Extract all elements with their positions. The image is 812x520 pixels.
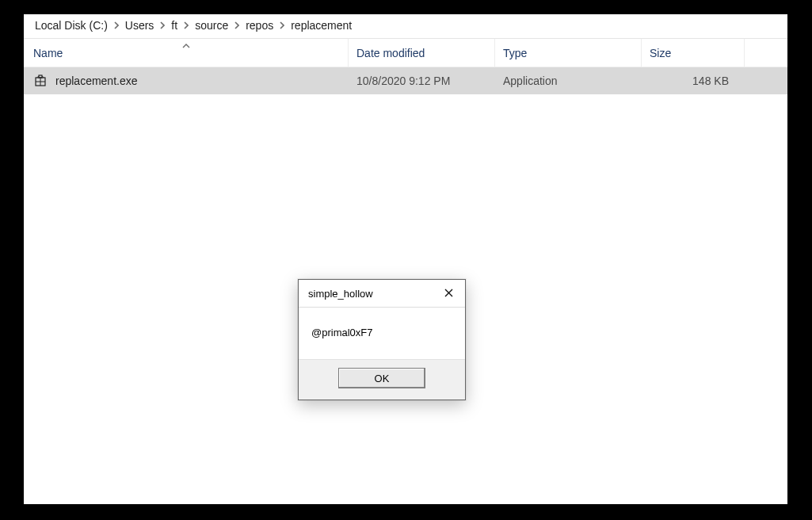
column-type-header[interactable]: Type bbox=[495, 39, 642, 67]
breadcrumb-item[interactable]: repos bbox=[244, 19, 275, 32]
file-type: Application bbox=[495, 75, 642, 87]
chevron-right-icon bbox=[112, 20, 120, 31]
dialog-titlebar[interactable]: simple_hollow bbox=[299, 280, 465, 308]
breadcrumb[interactable]: Local Disk (C:) Users ft source repos re… bbox=[24, 14, 787, 39]
file-date: 10/8/2020 9:12 PM bbox=[349, 75, 495, 87]
file-row[interactable]: replacement.exe 10/8/2020 9:12 PM Applic… bbox=[24, 67, 787, 94]
breadcrumb-item[interactable]: source bbox=[193, 19, 230, 32]
message-dialog: simple_hollow @primal0xF7 OK bbox=[298, 279, 466, 400]
column-name-header[interactable]: Name bbox=[24, 39, 349, 67]
breadcrumb-item[interactable]: ft bbox=[170, 19, 179, 32]
svg-rect-3 bbox=[39, 75, 42, 78]
chevron-right-icon bbox=[158, 20, 166, 31]
ok-button[interactable]: OK bbox=[338, 368, 425, 388]
file-name-cell: replacement.exe bbox=[24, 74, 349, 88]
chevron-right-icon bbox=[182, 20, 190, 31]
sort-ascending-icon bbox=[182, 38, 190, 51]
file-size: 148 KB bbox=[642, 75, 745, 87]
close-icon bbox=[444, 288, 453, 300]
file-name: replacement.exe bbox=[55, 75, 138, 87]
dialog-message: @primal0xF7 bbox=[311, 327, 373, 338]
column-headers: Name Date modified Type Size bbox=[24, 39, 787, 67]
column-label: Date modified bbox=[356, 47, 425, 59]
dialog-title: simple_hollow bbox=[308, 288, 373, 300]
column-label: Size bbox=[650, 47, 671, 59]
breadcrumb-item[interactable]: Local Disk (C:) bbox=[33, 19, 109, 32]
dialog-footer: OK bbox=[299, 359, 465, 400]
column-size-header[interactable]: Size bbox=[642, 39, 745, 67]
column-date-header[interactable]: Date modified bbox=[349, 39, 495, 67]
chevron-right-icon bbox=[233, 20, 241, 31]
file-explorer-window: Local Disk (C:) Users ft source repos re… bbox=[24, 14, 787, 504]
column-label: Name bbox=[33, 47, 63, 59]
application-icon bbox=[33, 74, 48, 88]
breadcrumb-item[interactable]: replacement bbox=[289, 19, 353, 32]
chevron-right-icon bbox=[278, 20, 286, 31]
breadcrumb-item[interactable]: Users bbox=[124, 19, 156, 32]
dialog-body: @primal0xF7 bbox=[299, 308, 465, 359]
column-label: Type bbox=[503, 47, 527, 59]
close-button[interactable] bbox=[438, 285, 459, 302]
